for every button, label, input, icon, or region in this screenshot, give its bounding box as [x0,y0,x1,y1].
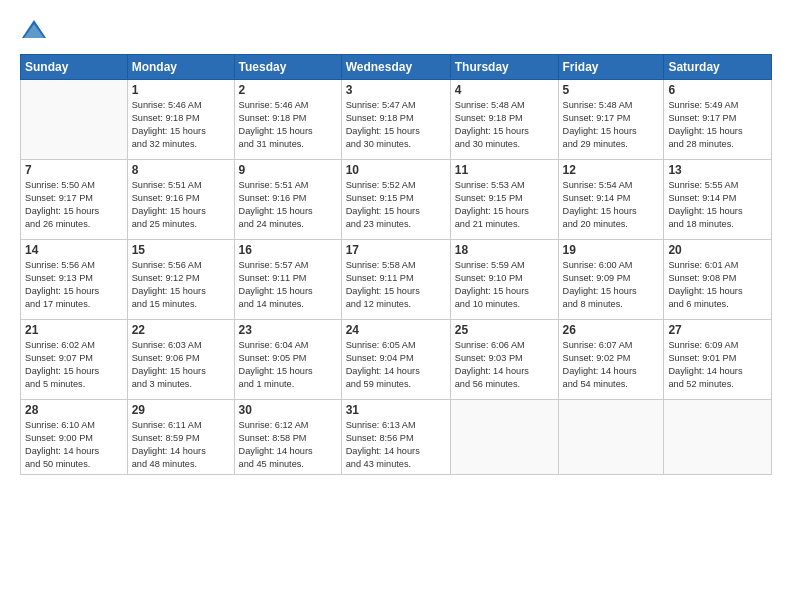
weekday-header-saturday: Saturday [664,55,772,80]
calendar-cell: 2Sunrise: 5:46 AM Sunset: 9:18 PM Daylig… [234,80,341,160]
day-number: 10 [346,163,446,177]
day-info: Sunrise: 5:56 AM Sunset: 9:12 PM Dayligh… [132,259,230,311]
day-info: Sunrise: 6:04 AM Sunset: 9:05 PM Dayligh… [239,339,337,391]
day-number: 7 [25,163,123,177]
calendar-cell [450,400,558,475]
logo [20,16,52,44]
day-number: 12 [563,163,660,177]
day-info: Sunrise: 6:05 AM Sunset: 9:04 PM Dayligh… [346,339,446,391]
day-info: Sunrise: 6:12 AM Sunset: 8:58 PM Dayligh… [239,419,337,471]
calendar-week-row: 7Sunrise: 5:50 AM Sunset: 9:17 PM Daylig… [21,160,772,240]
calendar-cell: 27Sunrise: 6:09 AM Sunset: 9:01 PM Dayli… [664,320,772,400]
calendar-cell: 9Sunrise: 5:51 AM Sunset: 9:16 PM Daylig… [234,160,341,240]
calendar-cell: 20Sunrise: 6:01 AM Sunset: 9:08 PM Dayli… [664,240,772,320]
day-number: 9 [239,163,337,177]
day-number: 14 [25,243,123,257]
calendar-week-row: 14Sunrise: 5:56 AM Sunset: 9:13 PM Dayli… [21,240,772,320]
calendar-cell: 5Sunrise: 5:48 AM Sunset: 9:17 PM Daylig… [558,80,664,160]
day-info: Sunrise: 6:01 AM Sunset: 9:08 PM Dayligh… [668,259,767,311]
weekday-header-tuesday: Tuesday [234,55,341,80]
day-info: Sunrise: 5:54 AM Sunset: 9:14 PM Dayligh… [563,179,660,231]
day-number: 11 [455,163,554,177]
day-info: Sunrise: 6:00 AM Sunset: 9:09 PM Dayligh… [563,259,660,311]
calendar-cell: 1Sunrise: 5:46 AM Sunset: 9:18 PM Daylig… [127,80,234,160]
day-number: 6 [668,83,767,97]
calendar-cell: 30Sunrise: 6:12 AM Sunset: 8:58 PM Dayli… [234,400,341,475]
header [20,16,772,44]
day-number: 20 [668,243,767,257]
calendar-cell: 25Sunrise: 6:06 AM Sunset: 9:03 PM Dayli… [450,320,558,400]
calendar-cell: 22Sunrise: 6:03 AM Sunset: 9:06 PM Dayli… [127,320,234,400]
day-number: 25 [455,323,554,337]
day-info: Sunrise: 5:53 AM Sunset: 9:15 PM Dayligh… [455,179,554,231]
day-info: Sunrise: 5:57 AM Sunset: 9:11 PM Dayligh… [239,259,337,311]
calendar-cell: 7Sunrise: 5:50 AM Sunset: 9:17 PM Daylig… [21,160,128,240]
calendar-cell: 29Sunrise: 6:11 AM Sunset: 8:59 PM Dayli… [127,400,234,475]
calendar-cell: 12Sunrise: 5:54 AM Sunset: 9:14 PM Dayli… [558,160,664,240]
day-number: 24 [346,323,446,337]
day-number: 15 [132,243,230,257]
day-number: 22 [132,323,230,337]
day-info: Sunrise: 5:46 AM Sunset: 9:18 PM Dayligh… [239,99,337,151]
day-info: Sunrise: 6:09 AM Sunset: 9:01 PM Dayligh… [668,339,767,391]
calendar-cell: 3Sunrise: 5:47 AM Sunset: 9:18 PM Daylig… [341,80,450,160]
calendar-cell [558,400,664,475]
calendar-cell: 14Sunrise: 5:56 AM Sunset: 9:13 PM Dayli… [21,240,128,320]
calendar-header-row: SundayMondayTuesdayWednesdayThursdayFrid… [21,55,772,80]
calendar-cell: 8Sunrise: 5:51 AM Sunset: 9:16 PM Daylig… [127,160,234,240]
day-info: Sunrise: 6:11 AM Sunset: 8:59 PM Dayligh… [132,419,230,471]
weekday-header-monday: Monday [127,55,234,80]
day-number: 28 [25,403,123,417]
day-info: Sunrise: 5:50 AM Sunset: 9:17 PM Dayligh… [25,179,123,231]
calendar-cell: 11Sunrise: 5:53 AM Sunset: 9:15 PM Dayli… [450,160,558,240]
calendar-cell: 31Sunrise: 6:13 AM Sunset: 8:56 PM Dayli… [341,400,450,475]
calendar-cell: 21Sunrise: 6:02 AM Sunset: 9:07 PM Dayli… [21,320,128,400]
calendar-cell: 17Sunrise: 5:58 AM Sunset: 9:11 PM Dayli… [341,240,450,320]
day-info: Sunrise: 6:07 AM Sunset: 9:02 PM Dayligh… [563,339,660,391]
page: SundayMondayTuesdayWednesdayThursdayFrid… [0,0,792,612]
day-info: Sunrise: 5:48 AM Sunset: 9:18 PM Dayligh… [455,99,554,151]
day-info: Sunrise: 5:58 AM Sunset: 9:11 PM Dayligh… [346,259,446,311]
day-number: 31 [346,403,446,417]
calendar-week-row: 1Sunrise: 5:46 AM Sunset: 9:18 PM Daylig… [21,80,772,160]
calendar-cell: 16Sunrise: 5:57 AM Sunset: 9:11 PM Dayli… [234,240,341,320]
day-info: Sunrise: 6:10 AM Sunset: 9:00 PM Dayligh… [25,419,123,471]
weekday-header-wednesday: Wednesday [341,55,450,80]
calendar-cell: 24Sunrise: 6:05 AM Sunset: 9:04 PM Dayli… [341,320,450,400]
day-info: Sunrise: 5:48 AM Sunset: 9:17 PM Dayligh… [563,99,660,151]
day-info: Sunrise: 5:46 AM Sunset: 9:18 PM Dayligh… [132,99,230,151]
day-info: Sunrise: 6:13 AM Sunset: 8:56 PM Dayligh… [346,419,446,471]
day-info: Sunrise: 5:47 AM Sunset: 9:18 PM Dayligh… [346,99,446,151]
day-info: Sunrise: 5:49 AM Sunset: 9:17 PM Dayligh… [668,99,767,151]
calendar-cell: 6Sunrise: 5:49 AM Sunset: 9:17 PM Daylig… [664,80,772,160]
calendar-cell: 15Sunrise: 5:56 AM Sunset: 9:12 PM Dayli… [127,240,234,320]
day-number: 21 [25,323,123,337]
day-number: 27 [668,323,767,337]
day-info: Sunrise: 6:03 AM Sunset: 9:06 PM Dayligh… [132,339,230,391]
day-number: 29 [132,403,230,417]
day-info: Sunrise: 5:51 AM Sunset: 9:16 PM Dayligh… [239,179,337,231]
day-info: Sunrise: 5:56 AM Sunset: 9:13 PM Dayligh… [25,259,123,311]
day-number: 19 [563,243,660,257]
calendar-cell: 4Sunrise: 5:48 AM Sunset: 9:18 PM Daylig… [450,80,558,160]
calendar-table: SundayMondayTuesdayWednesdayThursdayFrid… [20,54,772,475]
calendar-cell [664,400,772,475]
day-number: 16 [239,243,337,257]
calendar-cell: 26Sunrise: 6:07 AM Sunset: 9:02 PM Dayli… [558,320,664,400]
weekday-header-friday: Friday [558,55,664,80]
day-info: Sunrise: 6:06 AM Sunset: 9:03 PM Dayligh… [455,339,554,391]
day-info: Sunrise: 5:55 AM Sunset: 9:14 PM Dayligh… [668,179,767,231]
weekday-header-sunday: Sunday [21,55,128,80]
calendar-cell: 18Sunrise: 5:59 AM Sunset: 9:10 PM Dayli… [450,240,558,320]
day-number: 1 [132,83,230,97]
day-number: 18 [455,243,554,257]
calendar-week-row: 21Sunrise: 6:02 AM Sunset: 9:07 PM Dayli… [21,320,772,400]
day-info: Sunrise: 5:52 AM Sunset: 9:15 PM Dayligh… [346,179,446,231]
day-number: 5 [563,83,660,97]
day-info: Sunrise: 5:59 AM Sunset: 9:10 PM Dayligh… [455,259,554,311]
day-number: 2 [239,83,337,97]
day-info: Sunrise: 5:51 AM Sunset: 9:16 PM Dayligh… [132,179,230,231]
weekday-header-thursday: Thursday [450,55,558,80]
day-number: 4 [455,83,554,97]
day-number: 26 [563,323,660,337]
